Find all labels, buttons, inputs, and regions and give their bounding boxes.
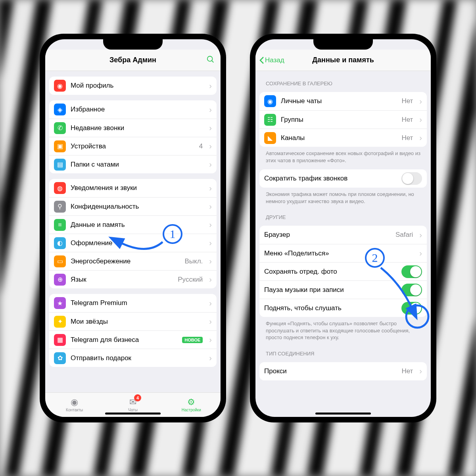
item-value: Нет	[401, 116, 413, 124]
person-icon: ◉	[264, 95, 276, 107]
phone-mockup-right: Назад Данные и память СОХРАНЕНИЕ В ГАЛЕР…	[250, 34, 436, 422]
annotation-step1: 1	[163, 224, 182, 244]
item-label: Telegram Premium	[71, 299, 203, 307]
list-item[interactable]: ⊕ЯзыкРусский›	[49, 270, 217, 288]
lock-icon: ⚲	[54, 201, 66, 213]
stars-icon: ✦	[54, 316, 66, 328]
item-value: Safari	[395, 231, 413, 239]
phone-mockup-left: Зебра Админ ◉Мой профиль›◈Избранное›✆Нед…	[40, 34, 226, 422]
item-label: Отправить подарок	[71, 354, 203, 362]
tab-Контакты[interactable]: ◉Контакты	[45, 393, 104, 417]
settings-group: Сократить трафик звонков	[259, 169, 427, 188]
new-badge: НОВОЕ	[182, 337, 203, 343]
list-item[interactable]: ☷ГруппыНет›	[259, 110, 427, 129]
back-button[interactable]: Назад	[259, 56, 284, 64]
item-label: Устройства	[71, 142, 194, 150]
back-label: Назад	[265, 56, 284, 64]
chevron-right-icon: ›	[209, 184, 212, 193]
theme-icon: ◐	[54, 237, 66, 249]
list-item[interactable]: ▤Папки с чатами›	[49, 155, 217, 173]
screen-right: Назад Данные и память СОХРАНЕНИЕ В ГАЛЕР…	[255, 39, 431, 417]
list-item[interactable]: ◉Мой профиль›	[49, 77, 217, 95]
person-icon: ◉	[54, 80, 66, 92]
list-item[interactable]: ✦Мои звёзды›	[49, 312, 217, 330]
item-label: Мой профиль	[71, 82, 203, 90]
bell-icon: ◍	[54, 182, 66, 194]
chevron-right-icon: ›	[419, 230, 422, 240]
svg-point-2	[406, 305, 428, 328]
globe-icon: ⊕	[54, 274, 66, 286]
tab-Настройки[interactable]: ⚙Настройки	[162, 393, 221, 417]
list-item[interactable]: ✆Недавние звонки›	[49, 119, 217, 137]
toggle-switch[interactable]	[401, 172, 422, 185]
section-header: СОХРАНЕНИЕ В ГАЛЕРЕЮ	[266, 81, 423, 86]
settings-icon: ⚙	[186, 397, 197, 407]
list-item[interactable]: ПроксиНет›	[259, 362, 427, 380]
item-label: Telegram для бизнеса	[71, 336, 175, 344]
section-header: ДРУГИЕ	[266, 214, 423, 220]
chevron-right-icon: ›	[209, 275, 212, 284]
item-label: Уведомления и звуки	[71, 184, 203, 192]
notch	[313, 39, 373, 50]
item-label: Браузер	[264, 231, 391, 239]
battery-icon: ▭	[54, 255, 66, 267]
section-header: ТИП СОЕДИНЕНИЯ	[266, 351, 423, 357]
item-label: Избранное	[71, 106, 203, 113]
chevron-right-icon: ›	[419, 133, 422, 142]
section-footer: Экономия трафика может помочь при плохом…	[266, 191, 423, 205]
megaphone-icon: ◣	[264, 132, 276, 144]
list-item[interactable]: ▣Устройства4›	[49, 137, 217, 155]
item-label: Недавние звонки	[71, 124, 203, 132]
settings-group: ★Telegram Premium›✦Мои звёзды›▦Telegram …	[49, 294, 217, 367]
list-item[interactable]: ★Telegram Premium›	[49, 294, 217, 312]
item-value: Нет	[401, 97, 413, 105]
item-value: Нет	[401, 367, 413, 375]
chevron-right-icon: ›	[419, 249, 422, 258]
tab-label: Чаты	[128, 408, 138, 412]
item-label: Личные чаты	[281, 97, 397, 105]
item-label: Папки с чатами	[71, 161, 203, 169]
data-storage-list[interactable]: СОХРАНЕНИЕ В ГАЛЕРЕЮ◉Личные чатыНет›☷Гру…	[255, 71, 431, 417]
list-item[interactable]: ▦Telegram для бизнесаНОВОЕ›	[49, 330, 217, 349]
item-value: 4	[199, 142, 203, 150]
chevron-right-icon: ›	[209, 257, 212, 266]
list-item[interactable]: ⚲Конфиденциальность›	[49, 197, 217, 215]
chevron-right-icon: ›	[209, 353, 212, 363]
list-item[interactable]: ◉Личные чатыНет›	[259, 92, 427, 110]
business-icon: ▦	[54, 334, 66, 346]
home-indicator	[315, 413, 371, 415]
list-item[interactable]: БраузерSafari›	[259, 226, 427, 244]
item-label: Меню «Поделиться»	[264, 250, 413, 257]
item-label: Мои звёзды	[71, 318, 203, 326]
annotation-arrow-2	[369, 260, 432, 327]
chevron-right-icon: ›	[209, 105, 212, 114]
chevron-right-icon: ›	[419, 115, 422, 124]
list-item[interactable]: Сократить трафик звонков	[259, 169, 427, 188]
chevron-right-icon: ›	[419, 367, 422, 376]
settings-group: ◉Личные чатыНет›☷ГруппыНет›◣КаналыНет›	[259, 92, 427, 147]
item-label: Язык	[71, 276, 173, 284]
settings-group: ◉Мой профиль›	[49, 77, 217, 95]
chevron-right-icon: ›	[209, 238, 212, 248]
folder-icon: ▤	[54, 159, 66, 171]
chevron-right-icon: ›	[209, 299, 212, 308]
notch	[103, 39, 163, 50]
chevron-right-icon: ›	[209, 220, 212, 229]
search-icon[interactable]	[206, 55, 215, 65]
data-icon: ≡	[54, 219, 66, 231]
svg-line-1	[212, 60, 214, 62]
item-value: Нет	[401, 134, 413, 142]
tab-label: Контакты	[66, 408, 83, 412]
item-label: Сократить трафик звонков	[264, 175, 397, 182]
chevron-right-icon: ›	[209, 202, 212, 211]
chevron-right-icon: ›	[209, 81, 212, 90]
navbar-right: Назад Данные и память	[255, 50, 431, 71]
list-item[interactable]: ✿Отправить подарок›	[49, 349, 217, 367]
devices-icon: ▣	[54, 140, 66, 152]
item-value: Русский	[178, 276, 203, 284]
chevron-right-icon: ›	[209, 142, 212, 151]
list-item[interactable]: ◍Уведомления и звуки›	[49, 179, 217, 197]
item-label: Прокси	[264, 367, 397, 375]
list-item[interactable]: ◈Избранное›	[49, 100, 217, 119]
list-item[interactable]: ◣КаналыНет›	[259, 129, 427, 147]
